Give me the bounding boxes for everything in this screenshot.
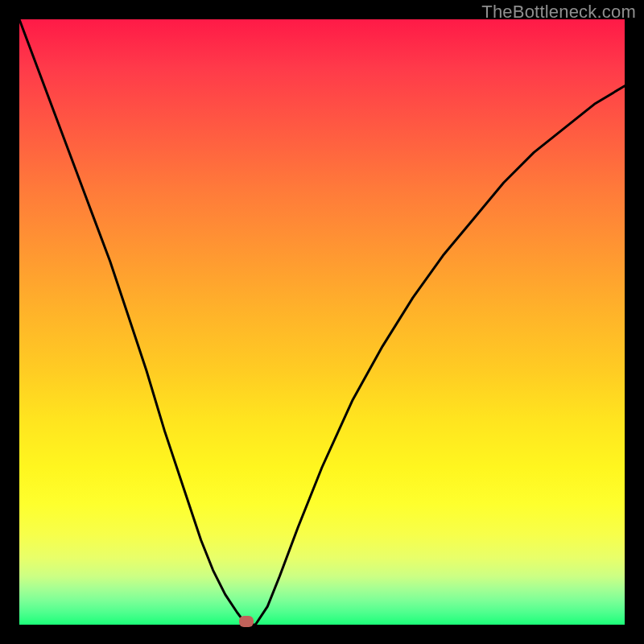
bottleneck-curve xyxy=(19,19,625,625)
chart-frame: TheBottleneck.com xyxy=(0,0,644,644)
plot-area xyxy=(19,19,625,625)
minimum-marker xyxy=(239,616,254,627)
curve-svg xyxy=(19,19,625,625)
